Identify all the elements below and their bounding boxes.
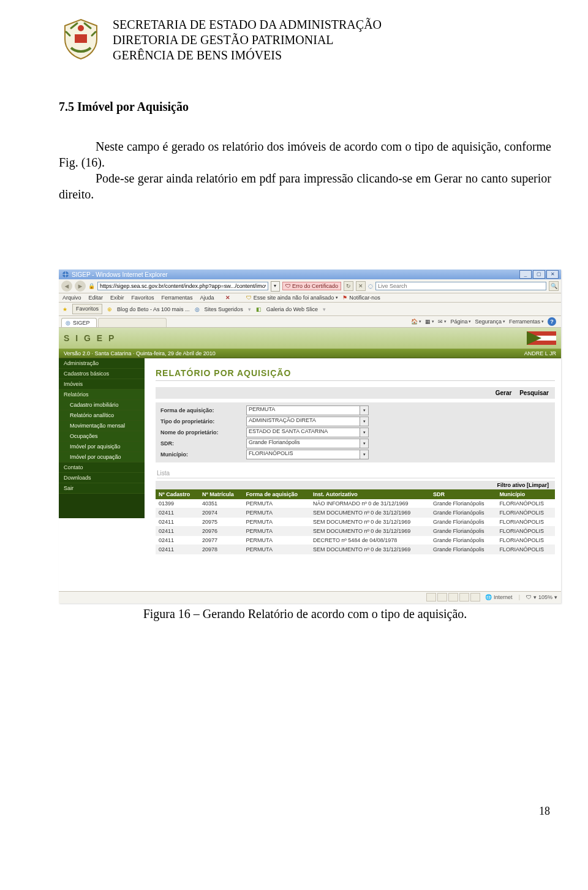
refresh-button[interactable]: ↻ — [344, 281, 353, 291]
col-header[interactable]: SDR — [430, 489, 496, 499]
forma-select[interactable]: PERMUTA▾ — [246, 405, 369, 415]
gerar-button[interactable]: Gerar — [496, 390, 512, 396]
sidebar-item[interactable]: Downloads — [59, 473, 145, 483]
table-row[interactable]: 0241120978PERMUTASEM DOCUMENTO nº 0 de 3… — [156, 545, 555, 554]
menu-close-icon[interactable]: ✕ — [225, 295, 230, 301]
select-value: ESTADO DE SANTA CATARINA — [249, 428, 328, 434]
webslice-icon: ◧ — [256, 306, 262, 312]
col-header[interactable]: Nº Matrícula — [199, 489, 243, 499]
sidebar-subitem-selected[interactable]: Imóvel por aquisição — [59, 442, 145, 452]
filter-form: Forma de aquisição: PERMUTA▾ Tipo do pro… — [156, 402, 555, 462]
forward-button[interactable]: ► — [75, 281, 86, 292]
help-button[interactable]: ? — [548, 317, 556, 326]
table-row[interactable]: 0241120975PERMUTASEM DOCUMENTO nº 0 de 3… — [156, 518, 555, 527]
zoom-control[interactable]: 🛡 ▾ 105% ▾ — [526, 594, 557, 600]
ie-menu-item[interactable]: Favoritos — [132, 295, 154, 301]
page-menu[interactable]: Página▾ — [450, 319, 471, 325]
search-go-button[interactable]: 🔍 — [549, 281, 559, 291]
table-row[interactable]: 0241120977PERMUTADECRETO nº 5484 de 04/0… — [156, 536, 555, 545]
tools-menu[interactable]: Ferramentas▾ — [509, 319, 544, 325]
table-cell: FLORIANÓPOLIS — [496, 545, 555, 554]
browser-tab[interactable]: ◎ SIGEP — [61, 318, 97, 327]
sidebar-item[interactable]: Imóveis — [59, 379, 145, 390]
pesquisar-button[interactable]: Pesquisar — [519, 390, 549, 396]
table-cell: 02411 — [156, 536, 199, 545]
sidebar-subitem[interactable]: Relatório analítico — [59, 410, 145, 421]
security-warn-text: Esse site ainda não foi analisado — [254, 295, 334, 301]
sidebar-subitem[interactable]: Ocupações — [59, 431, 145, 442]
body-text: Neste campo é gerado os relatório dos im… — [59, 138, 551, 202]
url-dropdown[interactable]: ▾ — [271, 281, 280, 292]
sidebar-item[interactable]: Contato — [59, 462, 145, 473]
lista-label: Lista — [157, 470, 555, 478]
form-label: Nome do proprietário: — [160, 429, 246, 436]
table-row[interactable]: 0241120976PERMUTASEM DOCUMENTO nº 0 de 3… — [156, 527, 555, 536]
app-sidebar: Administração Cadastros básicos Imóveis … — [59, 358, 145, 518]
mail-button[interactable]: ✉▾ — [438, 319, 447, 325]
close-button[interactable]: ✕ — [546, 270, 559, 279]
stop-button[interactable]: ✕ — [356, 281, 366, 291]
status-cell — [459, 593, 469, 602]
back-button[interactable]: ◄ — [61, 281, 72, 292]
sidebar-item-relatorios[interactable]: Relatórios — [59, 390, 145, 400]
minimize-button[interactable]: _ — [519, 270, 532, 279]
sidebar-subitem[interactable]: Movimentação mensal — [59, 421, 145, 431]
table-cell: PERMUTA — [243, 508, 310, 518]
ie-menu-item[interactable]: Exibir — [110, 295, 124, 301]
security-notify-link[interactable]: Notificar-nos — [349, 295, 380, 301]
col-header[interactable]: Inst. Autorizativo — [310, 489, 430, 499]
ie-menu-item[interactable]: Ferramentas — [162, 295, 193, 301]
home-button[interactable]: 🏠▾ — [411, 319, 421, 325]
status-cell — [437, 593, 447, 602]
sidebar-item[interactable]: Administração — [59, 358, 145, 369]
table-row[interactable]: 0139940351PERMUTANÃO INFORMADO nº 0 de 3… — [156, 499, 555, 508]
app-version-bar: Versão 2.0 · Santa Catarina · Quinta-fei… — [59, 349, 561, 358]
chevron-down-icon[interactable]: ▾ — [336, 295, 338, 300]
table-cell: PERMUTA — [243, 499, 310, 508]
table-cell: FLORIANÓPOLIS — [496, 527, 555, 536]
tab-label: SIGEP — [73, 320, 90, 326]
chevron-down-icon: ▾ — [360, 417, 368, 426]
table-row[interactable]: 0241120974PERMUTASEM DOCUMENTO nº 0 de 3… — [156, 508, 555, 518]
chevron-down-icon: ▾ — [360, 439, 368, 448]
table-cell: 02411 — [156, 545, 199, 554]
add-favorite-icon[interactable]: ⊕ — [107, 306, 112, 312]
sidebar-subitem[interactable]: Cadastro imobiliário — [59, 400, 145, 410]
feeds-button[interactable]: ▦▾ — [425, 319, 434, 325]
sdr-select[interactable]: Grande Florianópolis▾ — [246, 439, 369, 448]
select-value: Grande Florianópolis — [249, 439, 300, 445]
municipio-select[interactable]: FLORIANÓPOLIS▾ — [246, 450, 369, 459]
ie-search-input[interactable] — [375, 282, 546, 290]
nome-select[interactable]: ESTADO DE SANTA CATARINA▾ — [246, 428, 369, 437]
col-header[interactable]: Nº Cadastro — [156, 489, 199, 499]
filter-clear-link[interactable]: Filtro ativo [Limpar] — [497, 482, 549, 488]
table-cell: Grande Florianópolis — [430, 527, 496, 536]
col-header[interactable]: Forma de aquisição — [243, 489, 310, 499]
form-label: Município: — [160, 451, 246, 458]
ie-title-bar: SIGEP - Windows Internet Explorer _ ▢ ✕ — [59, 270, 561, 279]
new-tab-slot[interactable] — [98, 318, 167, 327]
ie-menu-item[interactable]: Arquivo — [62, 295, 81, 301]
security-menu[interactable]: Segurança▾ — [475, 319, 505, 325]
favorites-link[interactable]: Galeria do Web Slice — [266, 306, 318, 312]
maximize-button[interactable]: ▢ — [533, 270, 545, 279]
separator: ▾ — [323, 306, 326, 312]
table-cell: PERMUTA — [243, 545, 310, 554]
col-header[interactable]: Município — [496, 489, 555, 499]
ie-menubar: Arquivo Editar Exibir Favoritos Ferramen… — [59, 293, 561, 303]
ie-menu-item[interactable]: Editar — [89, 295, 104, 301]
cert-error-badge[interactable]: 🛡 Erro do Certificado — [282, 282, 341, 290]
sidebar-item[interactable]: Sair — [59, 483, 145, 494]
favorites-button[interactable]: Favoritos — [72, 304, 102, 314]
favorites-link[interactable]: Blog do Beto - As 100 mais ... — [117, 306, 190, 312]
url-input[interactable] — [97, 282, 268, 290]
table-cell: FLORIANÓPOLIS — [496, 499, 555, 508]
tipo-select[interactable]: ADMINISTRAÇÃO DIRETA▾ — [246, 417, 369, 426]
form-label: Forma de aquisição: — [160, 407, 246, 413]
sidebar-subitem[interactable]: Imóvel por ocupação — [59, 452, 145, 462]
table-cell: Grande Florianópolis — [430, 545, 496, 554]
ie-menu-item[interactable]: Ajuda — [200, 295, 214, 301]
favorites-link[interactable]: Sites Sugeridos — [205, 306, 243, 312]
sidebar-item[interactable]: Cadastros básicos — [59, 369, 145, 379]
app-logo: S I G E P — [64, 333, 116, 343]
